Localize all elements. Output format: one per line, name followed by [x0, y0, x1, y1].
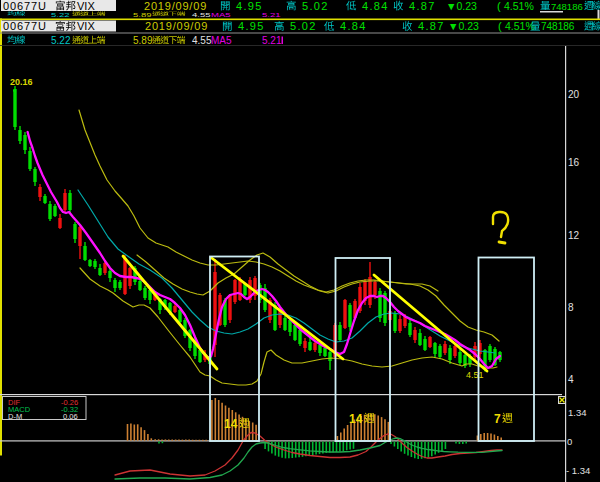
svg-text:16: 16: [568, 157, 580, 168]
svg-text:4.95: 4.95: [238, 20, 265, 32]
svg-text:4.51: 4.51: [466, 370, 484, 380]
svg-text:4.55: 4.55: [192, 13, 210, 19]
svg-text:MA5: MA5: [211, 13, 231, 19]
svg-text:00677U: 00677U: [3, 0, 47, 12]
svg-text:D-M: D-M: [8, 412, 22, 421]
svg-text:(: (: [497, 0, 501, 12]
svg-text:12: 12: [568, 230, 580, 241]
svg-text:VIX: VIX: [77, 20, 95, 32]
svg-text:(: (: [498, 20, 502, 32]
svg-text:4: 4: [568, 374, 574, 385]
svg-text:4.87: 4.87: [418, 20, 445, 32]
svg-text:5.89: 5.89: [133, 35, 153, 46]
svg-text:5.22: 5.22: [51, 35, 71, 46]
svg-text:5.89: 5.89: [133, 13, 151, 19]
svg-text:5.21: 5.21: [262, 35, 282, 46]
svg-text:4.95: 4.95: [236, 0, 263, 12]
svg-text:14: 14: [349, 412, 363, 426]
svg-text:4.84: 4.84: [340, 20, 367, 32]
svg-text:00677U: 00677U: [3, 20, 47, 32]
svg-text:748186: 748186: [541, 21, 575, 32]
svg-text:VIX: VIX: [77, 0, 95, 12]
svg-text:1.34: 1.34: [568, 407, 587, 418]
svg-text:4.84: 4.84: [362, 0, 389, 12]
svg-text:8: 8: [568, 302, 574, 313]
svg-text:MA5: MA5: [211, 35, 232, 46]
svg-text:20.16: 20.16: [10, 77, 33, 87]
svg-text:2019/09/09: 2019/09/09: [145, 20, 208, 32]
svg-text:7: 7: [494, 412, 501, 426]
svg-text:▼0.23: ▼0.23: [446, 0, 477, 12]
svg-text:0: 0: [567, 436, 572, 447]
svg-text:2019/09/09: 2019/09/09: [144, 0, 207, 12]
svg-text:0.06: 0.06: [63, 412, 78, 421]
svg-text:5.02: 5.02: [290, 20, 317, 32]
svg-text:4.51%: 4.51%: [504, 0, 534, 12]
svg-text:5.22: 5.22: [51, 13, 69, 19]
svg-text:4.87: 4.87: [409, 0, 436, 12]
svg-text:▼0.23: ▼0.23: [448, 20, 479, 32]
svg-text:748186: 748186: [551, 1, 583, 12]
svg-text:4.51%: 4.51%: [505, 20, 535, 32]
svg-text:- 1.34: - 1.34: [566, 465, 590, 476]
svg-text:5.21: 5.21: [262, 13, 280, 19]
svg-text:4.55: 4.55: [192, 35, 212, 46]
svg-text:20: 20: [568, 89, 580, 100]
svg-text:5.02: 5.02: [302, 0, 329, 12]
svg-text:14: 14: [224, 417, 238, 431]
